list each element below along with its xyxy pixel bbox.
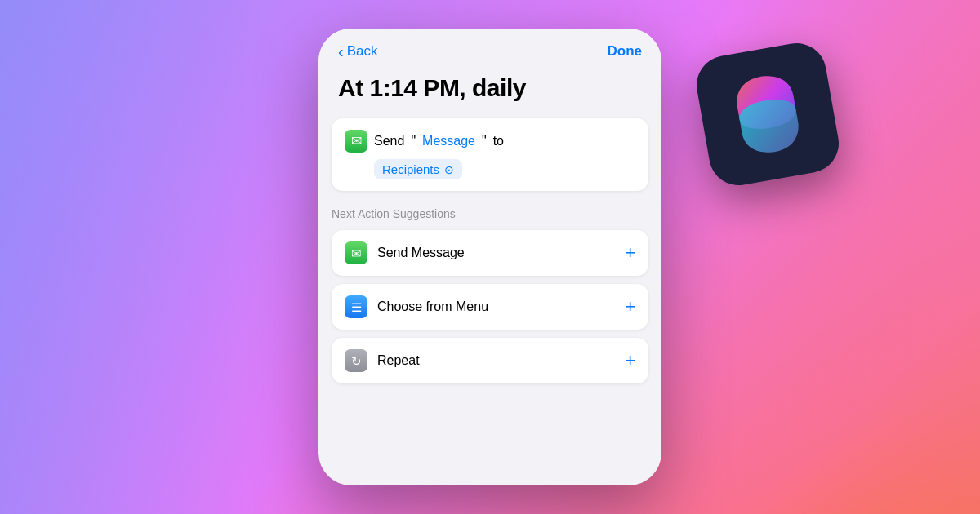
quote-close: " — [482, 134, 487, 148]
back-button[interactable]: ‹ Back — [338, 43, 377, 60]
message-icon-symbol: ✉ — [351, 247, 362, 259]
recipients-label: Recipients — [382, 162, 439, 176]
repeat-label: Repeat — [377, 353, 420, 368]
recipients-tag[interactable]: Recipients ⊙ — [374, 159, 462, 179]
quote-open: " — [411, 134, 416, 148]
next-action-section: Next Action Suggestions ✉ Send Message +… — [318, 207, 662, 485]
chevron-left-icon: ‹ — [338, 43, 344, 60]
choose-from-menu-label: Choose from Menu — [377, 299, 488, 314]
recipients-arrow-icon: ⊙ — [444, 163, 454, 176]
messages-app-icon: ✉ — [345, 130, 368, 153]
message-bubble-icon: ✉ — [351, 135, 362, 148]
send-message-label: Send Message — [377, 246, 465, 260]
menu-icon-symbol: ☰ — [351, 301, 362, 313]
action-row-1: ✉ Send " Message " to — [345, 130, 635, 153]
send-verb: Send — [374, 134, 404, 148]
repeat-icon-symbol: ↻ — [351, 355, 362, 367]
done-button[interactable]: Done — [608, 43, 643, 60]
send-message-icon: ✉ — [345, 241, 368, 264]
phone-content: ‹ Back Done At 1:14 PM, daily ✉ Send " M… — [318, 29, 662, 485]
section-title: Next Action Suggestions — [332, 207, 648, 220]
suggestion-left: ↻ Repeat — [345, 349, 420, 372]
back-label: Back — [347, 43, 378, 60]
connector-to: to — [493, 134, 504, 148]
nav-bar: ‹ Back Done — [318, 29, 662, 66]
action-card[interactable]: ✉ Send " Message " to Recipients ⊙ — [332, 118, 648, 191]
suggestion-left: ☰ Choose from Menu — [345, 295, 488, 318]
action-row-2: Recipients ⊙ — [345, 159, 635, 179]
message-placeholder[interactable]: Message — [422, 134, 475, 148]
suggestion-repeat[interactable]: ↻ Repeat + — [332, 338, 648, 383]
repeat-icon: ↻ — [345, 349, 368, 372]
suggestion-choose-from-menu[interactable]: ☰ Choose from Menu + — [332, 284, 648, 330]
add-repeat-button[interactable]: + — [625, 352, 635, 370]
add-choose-from-menu-button[interactable]: + — [625, 298, 635, 316]
add-send-message-button[interactable]: + — [625, 244, 635, 262]
suggestion-left: ✉ Send Message — [345, 241, 465, 264]
choose-from-menu-icon: ☰ — [345, 295, 368, 318]
phone-frame: ‹ Back Done At 1:14 PM, daily ✉ Send " M… — [318, 29, 662, 485]
page-title: At 1:14 PM, daily — [318, 66, 662, 118]
shortcuts-app-icon — [692, 38, 843, 189]
suggestion-send-message[interactable]: ✉ Send Message + — [332, 230, 648, 276]
